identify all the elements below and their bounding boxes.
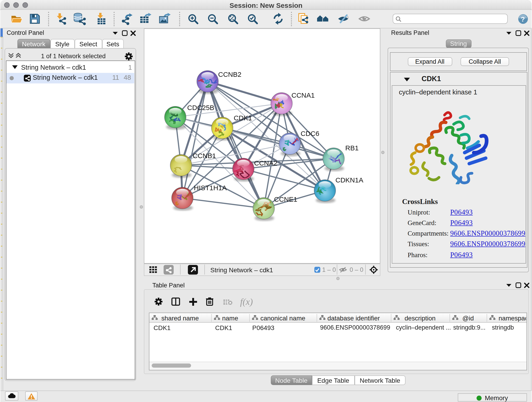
svg-text:CCNE1: CCNE1 — [274, 195, 298, 203]
svg-text:CDC25B: CDC25B — [187, 104, 214, 111]
svg-text:CCNA2: CCNA2 — [254, 159, 278, 167]
svg-text:RB1: RB1 — [345, 144, 359, 152]
svg-text:HIST1H1A: HIST1H1A — [194, 184, 227, 191]
svg-text:CDK1: CDK1 — [234, 114, 252, 121]
svg-text:CCNB2: CCNB2 — [218, 70, 241, 78]
svg-text:CDC6: CDC6 — [301, 129, 319, 137]
svg-text:CCNB1: CCNB1 — [193, 152, 216, 159]
svg-text:CDKN1A: CDKN1A — [336, 176, 363, 184]
svg-text:CCNA1: CCNA1 — [291, 91, 315, 99]
